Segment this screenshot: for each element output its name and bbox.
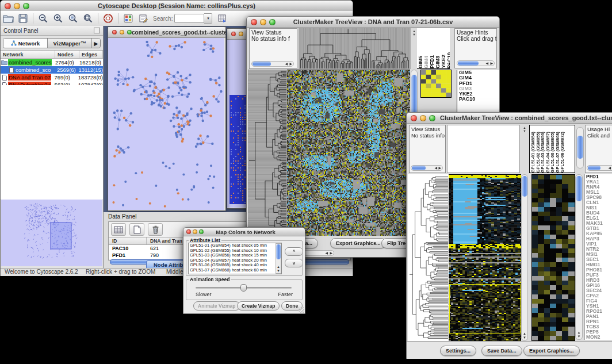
- array-label[interactable]: PAC10: [447, 52, 450, 68]
- vizmapper-icon[interactable]: [121, 12, 136, 25]
- save-data-button[interactable]: Save Data...: [481, 346, 522, 356]
- array-label-strip[interactable]: GPL51-01 (GSM854)GPL51-02 (GSM855)GPL51-…: [529, 125, 575, 173]
- gene-label[interactable]: HAP3: [586, 236, 612, 242]
- gene-label[interactable]: RPO21: [586, 309, 612, 314]
- create-vizmap-button[interactable]: Create Vizmap: [237, 301, 280, 311]
- scroll-arrows[interactable]: ▲▼: [521, 126, 528, 133]
- network-row[interactable]: DNA and Tran 07769(0)183728(0): [1, 74, 103, 81]
- treeview1-titlebar[interactable]: ClusterMaker TreeView : DNA and Tran 07-…: [247, 17, 499, 28]
- minimize-button[interactable]: [14, 3, 20, 9]
- attribute-item[interactable]: GPL51-07 (GSM868) heat shock 60 min: [189, 268, 281, 273]
- gene-label[interactable]: HRD3: [586, 278, 612, 283]
- gene-label[interactable]: MSI1: [586, 252, 612, 257]
- array-dendrogram-area[interactable]: [447, 125, 520, 173]
- zoom-in-icon[interactable]: [51, 12, 66, 25]
- gene-dendrogram[interactable]: [408, 174, 449, 341]
- gene-label[interactable]: RNR4: [586, 185, 612, 190]
- create-attribute-icon[interactable]: [129, 223, 144, 236]
- zoom-heatmap-thumbnail[interactable]: [420, 70, 452, 98]
- column-header[interactable]: Network: [1, 51, 55, 58]
- search-input[interactable]: [174, 14, 204, 23]
- open-folder-icon[interactable]: [1, 12, 16, 25]
- attribute-list[interactable]: GPL51-01 (GSM854) heat shock 05 minGPL51…: [188, 243, 282, 274]
- column-header[interactable]: ID: [109, 237, 147, 244]
- close-button[interactable]: [112, 30, 117, 35]
- settings-button[interactable]: Settings...: [440, 346, 476, 356]
- export-graphics-button[interactable]: Export Graphics...: [330, 238, 387, 248]
- gene-label[interactable]: VIP1: [586, 242, 612, 247]
- gene-label[interactable]: NTR2: [586, 247, 612, 252]
- gene-label[interactable]: RPN1: [586, 319, 612, 324]
- gene-label[interactable]: CLN1: [586, 200, 612, 205]
- help-lifebuoy-icon[interactable]: [101, 12, 116, 25]
- usage-hints-scrollbar[interactable]: ◀▶: [587, 165, 612, 171]
- column-header[interactable]: Nodes: [55, 51, 79, 58]
- gene-label[interactable]: PAN1: [586, 314, 612, 319]
- minimize-button[interactable]: [420, 115, 426, 121]
- annotation-icon[interactable]: [136, 12, 151, 25]
- heatmap-vertical-scrollbar[interactable]: ▲▼: [521, 174, 528, 341]
- array-label[interactable]: GPL51-03 (GSM856): [541, 132, 545, 173]
- network-window-1[interactable]: combined_scores_good.txt--cluste...: [108, 26, 226, 211]
- gene-label[interactable]: SEC1: [586, 257, 612, 262]
- move-down-button[interactable]: v: [285, 259, 303, 267]
- gene-label[interactable]: ELG1: [586, 216, 612, 221]
- float-panel-icon[interactable]: [94, 28, 100, 33]
- gene-label[interactable]: NIS1: [586, 205, 612, 210]
- tab-network[interactable]: Network: [3, 39, 48, 48]
- attribute-list-scrollbar[interactable]: ▲▼: [276, 243, 281, 274]
- array-label[interactable]: GPL51-07 (GSM868): [556, 132, 560, 173]
- array-label[interactable]: GPL51-06 (GSM865): [550, 132, 555, 173]
- gene-label[interactable]: GPI16: [586, 283, 612, 288]
- gene-label[interactable]: PAC10: [459, 97, 499, 102]
- column-header[interactable]: Edges: [79, 51, 103, 58]
- export-graphics-button[interactable]: Export Graphics...: [523, 346, 580, 356]
- gene-label[interactable]: TCB3: [586, 324, 612, 329]
- import-table-icon[interactable]: [215, 12, 230, 25]
- gene-label[interactable]: GTB1: [586, 226, 612, 231]
- gene-label[interactable]: PHO81: [586, 267, 612, 273]
- array-label[interactable]: YKE2: [441, 55, 446, 68]
- network-canvas-1[interactable]: [108, 38, 224, 210]
- search-dropdown-icon[interactable]: ▼: [204, 13, 212, 24]
- zoom-button[interactable]: [199, 229, 204, 234]
- gene-label[interactable]: PFD1: [586, 174, 612, 179]
- gene-label[interactable]: PEP5: [586, 329, 612, 335]
- delete-attribute-icon[interactable]: [148, 223, 163, 236]
- select-attributes-icon[interactable]: [111, 223, 126, 236]
- usage-hints-scrollbar[interactable]: ◀▶: [457, 60, 495, 66]
- array-dendrogram[interactable]: [299, 28, 411, 69]
- zoom-heatmap-scrollbar[interactable]: ▲▼: [575, 174, 583, 340]
- gene-label[interactable]: SPC98: [586, 195, 612, 200]
- gene-label[interactable]: KAP95: [586, 231, 612, 236]
- network-row[interactable]: combined_scores2764(0)16218(0): [1, 59, 103, 66]
- gene-label[interactable]: YRA1: [586, 179, 612, 185]
- zoom-button[interactable]: [429, 115, 435, 121]
- global-heatmap[interactable]: [449, 174, 521, 342]
- gene-label[interactable]: MAK31: [586, 221, 612, 226]
- array-label[interactable]: GIM3: [435, 56, 441, 68]
- close-button[interactable]: [231, 32, 236, 36]
- gene-label[interactable]: MON2: [586, 335, 612, 340]
- resize-grip[interactable]: [299, 307, 304, 313]
- array-label[interactable]: GPL51-02 (GSM855): [536, 132, 541, 173]
- zoom-selected-icon[interactable]: [66, 12, 81, 25]
- array-labels-scrollbar[interactable]: [576, 127, 584, 168]
- zoom-button[interactable]: [23, 3, 29, 9]
- gene-label[interactable]: CPA2: [586, 293, 612, 298]
- minimize-button[interactable]: [193, 229, 197, 234]
- gene-dendrogram[interactable]: [248, 70, 287, 235]
- array-label[interactable]: GIM5: [418, 56, 423, 68]
- array-label[interactable]: GIM4: [424, 56, 429, 68]
- network-window-1-titlebar[interactable]: combined_scores_good.txt--cluste...: [108, 27, 225, 38]
- zoom-button[interactable]: [127, 30, 132, 35]
- close-button[interactable]: [411, 115, 417, 121]
- gene-label[interactable]: BUD4: [586, 210, 612, 216]
- tab-[interactable]: ▶: [92, 39, 100, 48]
- gene-label[interactable]: SEC24: [586, 288, 612, 293]
- gene-label-list[interactable]: PFD1YRA1RNR4MSL1SPC98CLN1NIS1BUD4ELG1MAK…: [584, 174, 612, 340]
- view-status-scrollbar[interactable]: ◀▶: [251, 61, 294, 67]
- dialog-titlebar[interactable]: Map Colors to Network: [183, 228, 305, 236]
- animate-vizmap-button[interactable]: Animate Vizmap: [193, 301, 240, 311]
- array-label[interactable]: GPL51-08 (GSM872): [560, 132, 565, 173]
